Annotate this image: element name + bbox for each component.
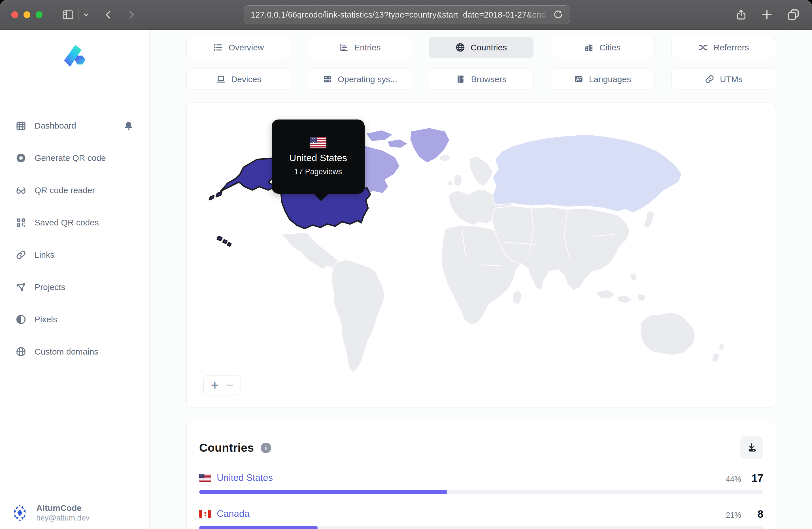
tab-cities[interactable]: Cities [550,37,655,58]
tab-utms[interactable]: UTMs [671,69,776,90]
stats-tabs: Overview Entries Countries [186,37,776,90]
plus-circle-icon [16,153,26,163]
country-link[interactable]: Canada [217,508,250,519]
tab-label: Browsers [471,74,506,84]
map-aleutians [209,192,222,200]
sidebar-toggle-icon[interactable] [62,9,74,20]
tab-languages[interactable]: Az Languages [550,69,655,90]
new-tab-icon[interactable] [761,9,773,21]
tab-label: Overview [228,43,264,53]
back-button[interactable] [103,9,113,20]
grid-icon [16,121,26,131]
country-link[interactable]: United States [217,472,273,483]
us-flag-icon [199,474,211,482]
sidebar-item-label: QR code reader [34,186,95,195]
user-footer[interactable]: AltumCode hey@altum.dev [0,495,149,529]
map-hawaii [217,236,231,246]
map-zoom-controls: + − [203,375,241,395]
sidebar-nav: Dashboard Generate QR code QR code read [0,109,149,368]
map-arctic-islands [366,130,408,148]
traffic-lights [11,11,43,18]
tab-overview[interactable]: Overview [186,37,291,58]
sidebar-item-label: Projects [34,282,65,292]
user-email: hey@altum.dev [36,513,89,523]
map-alaska [221,158,278,191]
list-icon [213,43,223,52]
download-button[interactable] [740,436,763,459]
tab-label: Devices [231,74,261,84]
progress-bar [199,526,763,529]
close-window-button[interactable] [11,11,18,18]
countries-card: Countries i [186,421,776,529]
sidebar-item-label: Custom domains [34,347,98,356]
map-russia [493,134,682,213]
sidebar-item-links[interactable]: Links [0,239,149,271]
tab-devices[interactable]: Devices [186,69,291,90]
forward-button[interactable] [127,9,136,20]
zoom-in-button[interactable]: + [211,379,218,392]
tooltip-pageviews: 17 Pageviews [294,167,342,176]
map-new-guinea [637,293,646,302]
map-new-zealand [711,343,724,363]
zoom-out-button[interactable]: − [226,379,233,392]
browser-icon [456,74,465,84]
map-tooltip: United States 17 Pageviews [272,119,365,194]
tab-label: Languages [589,74,631,84]
map-indonesia [596,290,615,299]
shuffle-icon [698,43,708,52]
link-icon [16,250,26,260]
tab-operating-systems[interactable]: Operating sys... [308,69,412,90]
tab-entries[interactable]: Entries [308,37,412,58]
info-icon[interactable]: i [261,443,271,453]
share-nodes-icon [16,282,26,292]
translate-icon: Az [574,74,583,84]
sidebar: Dashboard Generate QR code QR code read [0,30,149,529]
sidebar-item-label: Links [34,250,54,260]
link-icon [705,74,714,84]
zoom-window-button[interactable] [36,11,43,18]
sidebar-item-generate-qr[interactable]: Generate QR code [0,142,149,174]
minimize-window-button[interactable] [24,11,30,18]
laptop-icon [216,74,226,84]
sidebar-item-qr-reader[interactable]: QR code reader [0,174,149,206]
country-count: 17 [741,472,763,484]
reload-icon[interactable] [553,10,563,19]
country-row: United States 44% 17 [199,472,763,494]
map-philippines [630,273,637,281]
sidebar-item-pixels[interactable]: Pixels [0,303,149,336]
tab-label: UTMs [720,74,743,84]
browser-toolbar: 127.0.0.1/66qrcode/link-statistics/13?ty… [0,0,812,30]
progress-bar [199,490,763,494]
server-icon [323,74,332,84]
bell-icon[interactable] [124,121,133,131]
world-map-card: United States 17 Pageviews + − [186,103,776,408]
glasses-icon [16,185,26,195]
sidebar-item-dashboard[interactable]: Dashboard [0,109,149,142]
map-uk [454,174,462,187]
sidebar-item-projects[interactable]: Projects [0,271,149,303]
browser-window: 127.0.0.1/66qrcode/link-statistics/13?ty… [0,0,812,529]
sidebar-item-label: Generate QR code [34,153,106,163]
map-madagascar [513,290,522,305]
countries-title: Countries [199,441,254,455]
sidebar-item-label: Dashboard [34,121,76,131]
chevron-down-icon[interactable] [83,11,90,18]
share-icon[interactable] [736,9,747,21]
country-row: Canada 21% 8 [199,508,763,529]
sidebar-item-saved-qr[interactable]: Saved QR codes [0,206,149,239]
tab-referrers[interactable]: Referrers [671,37,776,58]
altumcode-logo [63,44,87,69]
country-percent: 44% [726,475,741,484]
map-south-america [332,260,385,372]
map-ireland [447,180,453,186]
tab-countries[interactable]: Countries [429,37,534,58]
tab-overview-icon[interactable] [787,9,799,21]
tab-label: Referrers [713,43,749,53]
country-percent: 21% [726,511,741,520]
country-count: 8 [741,508,763,520]
tab-browsers[interactable]: Browsers [429,69,534,90]
avatar [11,504,29,522]
sidebar-item-custom-domains[interactable]: Custom domains [0,336,149,368]
url-text: 127.0.0.1/66qrcode/link-statistics/13?ty… [251,10,553,19]
address-bar[interactable]: 127.0.0.1/66qrcode/link-statistics/13?ty… [244,5,570,24]
